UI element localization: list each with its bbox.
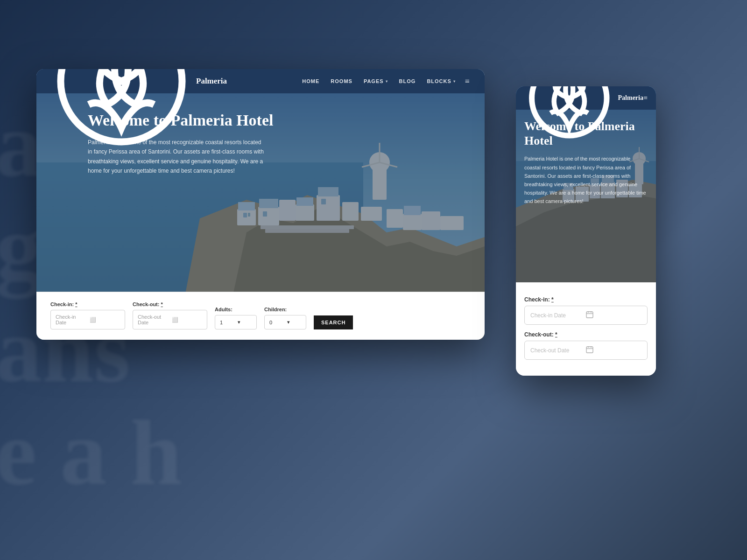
- desktop-adults-select[interactable]: 1 ▾: [215, 315, 257, 329]
- adults-chevron-icon: ▾: [238, 319, 252, 325]
- mobile-logo-area[interactable]: Palmeria: [524, 86, 643, 143]
- mobile-booking-form: Check-in: * Check-in Date Check-out:: [516, 288, 656, 376]
- desktop-form-row: Check-in: * Check-in Date ⬜ Check-out: *…: [50, 301, 471, 329]
- nav-link-rooms[interactable]: ROOMS: [331, 78, 352, 84]
- desktop-hamburger-icon[interactable]: ≡: [465, 77, 470, 86]
- desktop-checkout-group: Check-out: * Check-out Date ⬜: [133, 301, 207, 329]
- desktop-checkout-label: Check-out: *: [133, 301, 207, 307]
- desktop-checkin-label: Check-in: *: [50, 301, 125, 307]
- mobile-checkin-group: Check-in: * Check-in Date: [524, 296, 648, 325]
- blocks-arrow-icon: ▾: [453, 79, 456, 84]
- pages-arrow-icon: ▾: [386, 79, 388, 84]
- checkin-calendar-icon: ⬜: [90, 317, 120, 323]
- mobile-mockup: Palmeria ≡ Welcome to Palmeria Hotel Pal…: [516, 86, 656, 376]
- children-chevron-icon: ▾: [287, 319, 301, 325]
- desktop-nav-links: HOME ROOMS PAGES ▾ BLOG BLOCKS ▾: [302, 78, 456, 84]
- mobile-hamburger-icon[interactable]: ≡: [643, 94, 648, 102]
- desktop-mockup: Palmeria HOME ROOMS PAGES ▾ BLOG BLOCKS …: [36, 69, 485, 340]
- desktop-booking-form: Check-in: * Check-in Date ⬜ Check-out: *…: [36, 292, 485, 340]
- mobile-checkout-label: Check-out: *: [524, 331, 648, 338]
- mobile-checkin-label: Check-in: *: [524, 296, 648, 303]
- desktop-adults-group: Adults: 1 ▾: [215, 307, 257, 329]
- nav-link-pages[interactable]: PAGES ▾: [364, 78, 388, 84]
- nav-link-home[interactable]: HOME: [302, 78, 319, 84]
- mobile-checkin-input[interactable]: Check-in Date: [524, 306, 648, 325]
- checkout-calendar-icon: ⬜: [172, 317, 202, 323]
- mobile-checkout-calendar-icon: [586, 346, 641, 355]
- mobile-hero-description: Palmeria Hotel is one of the most recogn…: [524, 154, 648, 205]
- desktop-children-group: Children: 0 ▾: [264, 307, 306, 329]
- mobile-checkout-input[interactable]: Check-out Date: [524, 341, 648, 360]
- desktop-checkin-group: Check-in: * Check-in Date ⬜: [50, 301, 125, 329]
- desktop-children-label: Children:: [264, 307, 306, 312]
- svg-rect-49: [586, 312, 593, 318]
- desktop-logo-text: Palmeria: [196, 77, 227, 86]
- mobile-navbar: Palmeria ≡: [516, 86, 656, 110]
- mobile-logo-icon: [524, 86, 614, 143]
- nav-link-blog[interactable]: BLOG: [399, 78, 416, 84]
- desktop-checkout-input[interactable]: Check-out Date ⬜: [133, 310, 207, 329]
- desktop-children-select[interactable]: 0 ▾: [264, 315, 306, 329]
- mobile-logo-text: Palmeria: [618, 94, 643, 102]
- nav-link-blocks[interactable]: BLOCKS ▾: [427, 78, 455, 84]
- desktop-checkin-input[interactable]: Check-in Date ⬜: [50, 310, 125, 329]
- mobile-checkin-calendar-icon: [586, 311, 641, 320]
- desktop-navbar: Palmeria HOME ROOMS PAGES ▾ BLOG BLOCKS …: [36, 69, 485, 93]
- desktop-logo-icon: [51, 69, 191, 151]
- mobile-checkout-group: Check-out: * Check-out Date: [524, 331, 648, 360]
- desktop-logo-area[interactable]: Palmeria: [51, 69, 227, 151]
- desktop-adults-label: Adults:: [215, 307, 257, 312]
- svg-rect-53: [586, 347, 593, 353]
- desktop-search-button[interactable]: SEARCH: [314, 315, 353, 329]
